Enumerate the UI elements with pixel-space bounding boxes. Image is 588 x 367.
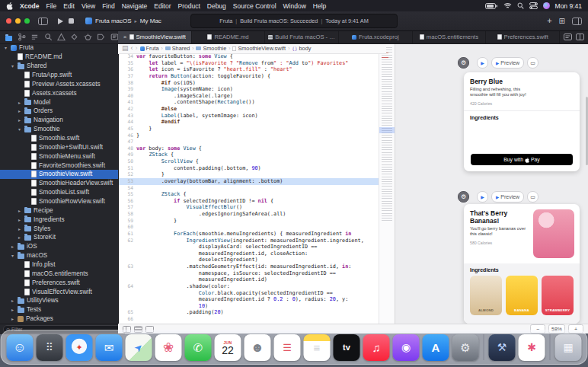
dock-xcode[interactable]: ⚒ [489,334,516,361]
sidebar-item-smoothieheaderview-swift[interactable]: SmoothieHeaderView.swift [0,179,118,188]
disclosure-icon[interactable]: ▸ [10,298,15,303]
symbol-navigator-icon[interactable] [30,33,39,41]
disclosure-icon[interactable]: ▸ [17,208,22,213]
dock-reminders[interactable]: ☰ [274,334,301,361]
sidebar-item-packages[interactable]: ▸Packages [0,314,118,324]
sidebar-item-model[interactable]: ▸Model [0,97,118,107]
disclosure-icon[interactable]: ▾ [17,126,22,132]
disclosure-icon[interactable]: ▸ [17,117,22,123]
find-navigator-icon[interactable] [44,33,53,41]
dock-system-preferences[interactable]: ⚙ [452,334,479,361]
ingredient-tile-almond[interactable]: ALMOND [470,276,502,315]
forward-icon[interactable]: › [136,45,138,52]
preview-settings-button[interactable]: ⚙ [458,191,469,203]
tab-build-fruta-macos-log[interactable]: Build Fruta macOS - Log [265,30,339,43]
search-icon[interactable] [517,2,524,9]
sidebar-item-ios[interactable]: ▸iOS [0,242,118,251]
dock-music[interactable]: ♫ [363,334,390,361]
tab-preferences-swift[interactable]: Preferences.swift [486,30,560,43]
source-control-navigator-icon[interactable] [18,33,26,41]
preview-mode-pill[interactable]: ▶ Preview [491,57,524,69]
sidebar-item-fruta[interactable]: ▾Fruta [0,43,118,53]
sidebar-item-smoothierowview-swift[interactable]: SmoothieRowView.swift [0,197,118,206]
breakpoint-navigator-icon[interactable] [97,33,105,41]
sidebar-item-smoothie[interactable]: ▾Smoothie [0,125,118,134]
dock-mail[interactable]: ✉ [96,334,123,361]
minimap[interactable] [379,43,395,324]
dock-notes[interactable]: ≡ [304,334,331,361]
disclosure-icon[interactable]: ▸ [10,307,15,312]
disclosure-icon[interactable]: ▸ [17,108,22,113]
preview-mode-pill[interactable]: ▶ Preview [491,191,524,203]
control-center-icon[interactable] [529,2,538,9]
preview-on-device-button[interactable]: ▭ [527,57,538,69]
wifi-icon[interactable] [503,2,512,9]
add-icon[interactable]: + [547,17,551,25]
dock-podcasts[interactable]: ◉ [393,334,420,361]
breadcrumb-smoothie[interactable]: Smoothie [196,45,226,52]
sidebar-item-assets-xcassets[interactable]: Assets.xcassets [0,88,118,97]
close-button[interactable] [6,18,11,24]
sidebar-item-preferences-swift[interactable]: Preferences.swift [0,278,118,287]
preview-settings-button[interactable]: ⚙ [458,57,469,69]
menu-item-edit[interactable]: Edit [63,2,75,10]
toggle-inspector-icon[interactable] [572,18,582,25]
dock-app-store[interactable]: A [423,334,449,361]
dock-facetime[interactable]: ✆ [185,334,212,361]
split-editor-icon[interactable] [576,34,584,40]
sidebar-item-macos-entitlements[interactable]: macOS.entitlements [0,269,118,278]
menu-item-source-control[interactable]: Source Control [233,2,276,10]
disclosure-icon[interactable]: ▸ [17,226,22,231]
breadcrumb-fruta[interactable]: Fruta [140,45,159,52]
disclosure-icon[interactable]: ▸ [17,217,22,222]
menu-item-product[interactable]: Product [177,2,200,10]
editor-options-icon[interactable] [564,34,572,40]
sidebar-item-visualeffectview-swift[interactable]: VisualEffectView.swift [0,287,118,296]
menu-item-navigate[interactable]: Navigate [122,2,148,10]
dock-contacts[interactable]: ☻ [244,334,271,361]
sidebar-item-macos[interactable]: ▾macOS [0,251,118,260]
tab-readme-md[interactable]: README.md [192,30,266,43]
live-preview-button[interactable]: ▶ [477,57,488,69]
dock-calendar[interactable]: JUN22 [215,334,241,361]
ingredient-tile-banana[interactable]: BANANA [506,276,538,315]
sidebar-item-styles[interactable]: ▸Styles [0,224,118,233]
sidebar-item-readme-md[interactable]: README.md [0,53,118,62]
preview-on-device-button[interactable]: ▭ [527,191,538,203]
sidebar-item-ingredients[interactable]: ▸Ingredients [0,215,118,224]
menu-item-xcode[interactable]: Xcode [20,2,40,10]
dock-launchpad[interactable]: ⠿ [37,334,63,361]
related-items-icon[interactable]: ▤ [122,45,129,52]
sidebar-item-preview-assets-xcassets[interactable]: Preview Assets.xcassets [0,79,118,88]
tab-smoothieview-swift[interactable]: ×SmoothieView.swift [118,30,192,43]
ingredient-tile-strawberry[interactable]: STRAWBERRY [542,276,574,315]
sidebar-item-smoothieview-swift[interactable]: SmoothieView.swift [0,170,118,179]
live-preview-button[interactable]: ▶ [477,191,488,203]
battery-icon[interactable] [485,3,498,9]
tab-fruta-xcodeproj[interactable]: Fruta.xcodeproj [339,30,413,43]
sidebar-item-smoothie-swiftui-swift[interactable]: Smoothie+SwiftUI.swift [0,142,118,152]
disclosure-icon[interactable]: ▾ [10,253,15,258]
dock-tv[interactable]: tv [334,334,360,361]
menu-item-window[interactable]: Window [283,2,306,10]
dock-sf-symbols[interactable]: ✱ [519,334,545,361]
menu-clock[interactable]: Mon 9:41 [555,2,582,10]
zoom-button[interactable] [24,18,30,24]
sidebar-item-smoothielist-swift[interactable]: SmoothieList.swift [0,188,118,197]
breadcrumb-smoothieview-swift[interactable]: SmoothieView.swift [232,45,286,52]
toggle-navigator-icon[interactable] [38,18,48,25]
dock-maps[interactable]: ➤ [126,334,152,361]
apple-pay-button[interactable]: Buy with Pay [471,154,573,165]
tab-close-icon[interactable]: × [123,34,127,40]
disclosure-icon[interactable]: ▸ [17,235,22,240]
dock-trash[interactable]: ▦ [555,334,582,361]
sidebar-item-recipe[interactable]: ▸Recipe [0,206,118,215]
sidebar-item-tests[interactable]: ▸Tests [0,305,118,314]
disclosure-icon[interactable]: ▾ [10,63,15,69]
apple-menu[interactable] [6,2,13,10]
sidebar-item-smoothie-swift[interactable]: Smoothie.swift [0,134,118,143]
menu-item-help[interactable]: Help [313,2,326,10]
dock-safari[interactable]: ✦ [66,334,93,361]
code-editor[interactable]: 34var favoriteButton: some View {35 let … [118,53,379,324]
menu-item-view[interactable]: View [81,2,95,10]
